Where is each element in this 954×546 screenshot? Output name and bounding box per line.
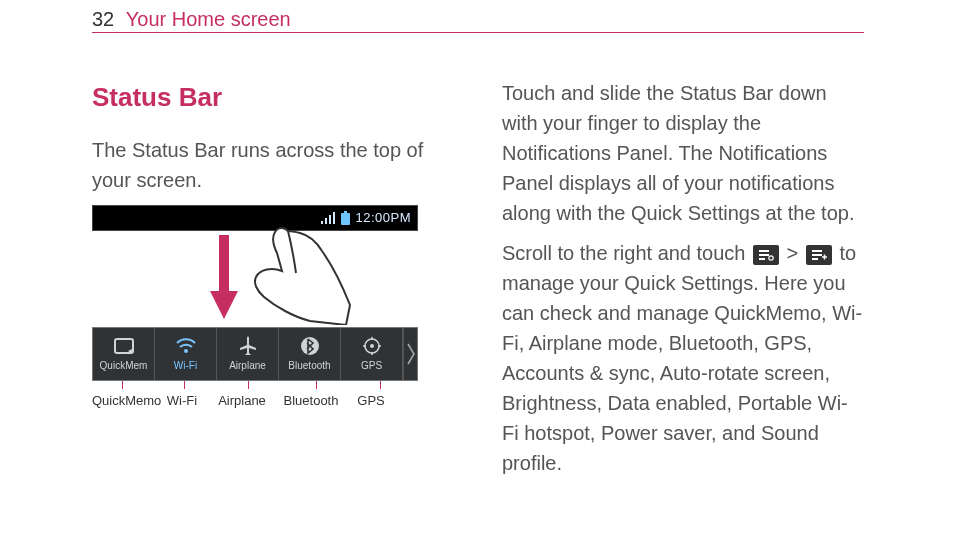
down-arrow-icon — [210, 235, 238, 319]
svg-rect-10 — [759, 258, 765, 260]
svg-point-11 — [769, 256, 773, 260]
content: Status Bar The Status Bar runs across th… — [92, 78, 864, 488]
gesture-area — [92, 231, 418, 327]
svg-rect-2 — [219, 235, 229, 293]
paragraph-1: Touch and slide the Status Bar down with… — [502, 78, 864, 228]
quick-item-short: Bluetooth — [288, 358, 330, 373]
quick-settings-panel: QuickMem Wi-Fi Airplane — [92, 327, 418, 381]
quick-item-bluetooth[interactable]: Bluetooth — [279, 328, 341, 380]
wifi-icon — [176, 336, 196, 356]
list-settings-icon — [753, 245, 779, 265]
list-edit-icon — [806, 245, 832, 265]
quick-item-quickmemo[interactable]: QuickMem — [93, 328, 155, 380]
svg-rect-12 — [812, 250, 822, 252]
figure-label: Bluetooth — [276, 391, 346, 411]
para2-part-a: Scroll to the right and touch — [502, 242, 751, 264]
quick-item-airplane[interactable]: Airplane — [217, 328, 279, 380]
para2-part-b: > — [781, 242, 804, 264]
page-number: 32 — [92, 8, 114, 30]
svg-point-4 — [184, 349, 188, 353]
chevron-right-icon[interactable] — [403, 328, 417, 380]
svg-rect-1 — [341, 213, 350, 225]
svg-point-7 — [370, 344, 374, 348]
figure-label: QuickMemo — [92, 391, 156, 411]
airplane-icon — [238, 336, 258, 356]
paragraph-2: Scroll to the right and touch > to manag… — [502, 238, 864, 478]
figure-labels: QuickMemo Wi-Fi Airplane Bluetooth GPS — [92, 391, 418, 411]
left-column: Status Bar The Status Bar runs across th… — [92, 78, 454, 488]
signal-icon — [320, 212, 336, 224]
battery-icon — [341, 211, 350, 225]
section-title: Status Bar — [92, 78, 454, 117]
figure-label: Wi-Fi — [156, 391, 208, 411]
breadcrumb: Your Home screen — [126, 8, 291, 30]
para2-part-c: to manage your Quick Settings. Here you … — [502, 242, 862, 474]
right-column: Touch and slide the Status Bar down with… — [502, 78, 864, 488]
hand-gesture-icon — [242, 225, 352, 325]
label-ticks — [92, 381, 418, 389]
clock-text: 12:00PM — [355, 208, 411, 228]
quickmemo-icon — [114, 336, 134, 356]
svg-rect-9 — [759, 254, 769, 256]
page-header: 32 Your Home screen — [92, 4, 291, 34]
quick-item-gps[interactable]: GPS — [341, 328, 403, 380]
quick-item-short: Airplane — [229, 358, 266, 373]
svg-rect-0 — [344, 211, 347, 213]
quick-item-short: GPS — [361, 358, 382, 373]
quick-item-short: Wi-Fi — [174, 358, 197, 373]
quick-item-wifi[interactable]: Wi-Fi — [155, 328, 217, 380]
svg-rect-8 — [759, 250, 769, 252]
intro-text: The Status Bar runs across the top of yo… — [92, 135, 454, 195]
figure-label: Airplane — [208, 391, 276, 411]
quick-item-short: QuickMem — [100, 358, 148, 373]
header-divider — [92, 32, 864, 33]
svg-rect-14 — [812, 258, 818, 260]
figure-label: GPS — [346, 391, 396, 411]
svg-rect-13 — [812, 254, 822, 256]
bluetooth-icon — [300, 336, 320, 356]
gps-icon — [362, 336, 382, 356]
figure: 12:00PM QuickMem — [92, 205, 418, 411]
